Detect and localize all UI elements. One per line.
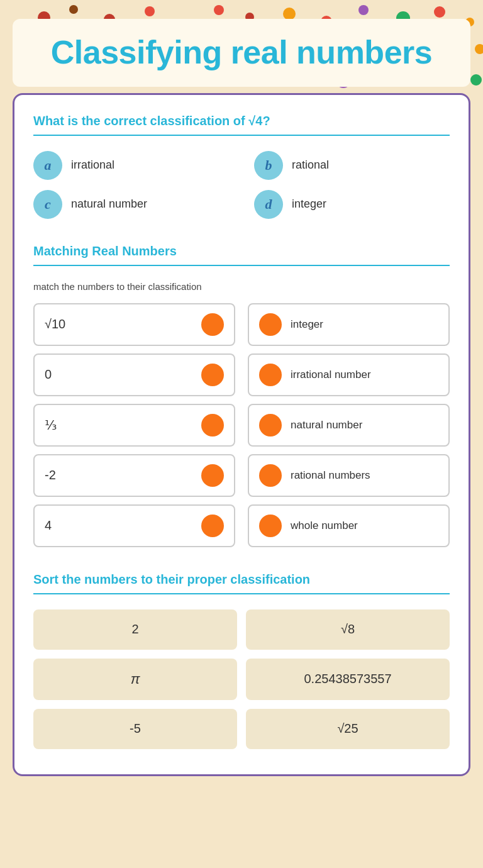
match-connector-dot-left [201,464,224,487]
match-right-item[interactable]: integer [248,303,450,346]
sort-item[interactable]: 2 [33,609,237,650]
title-card: Classifying real numbers [13,19,470,87]
sort-item[interactable]: π [33,659,237,700]
match-connector-dot-right [259,414,282,437]
sort-grid: 2√8π0.25438573557-5√25 [33,609,450,749]
option-item-c[interactable]: c natural number [33,190,229,219]
sort-value: π [131,671,140,687]
option-label-c: natural number [71,198,147,211]
match-left-value: 0 [45,367,52,382]
options-grid: a irrational b rational c natural number… [33,151,450,219]
matching-section: Matching Real Numbers match the numbers … [33,244,450,547]
sort-divider [33,593,450,594]
match-right-value: whole number [291,520,358,532]
match-connector-dot-left [201,414,224,437]
matching-divider [33,265,450,266]
match-left-col: √10 0 ⅓ -2 4 [33,303,235,547]
section-divider [33,135,450,136]
option-circle-b: b [254,151,283,180]
option-label-b: rational [292,159,329,172]
page-title: Classifying real numbers [31,34,452,72]
match-right-col: integer irrational number natural number… [248,303,450,547]
match-right-value: natural number [291,419,362,431]
match-left-value: √10 [45,317,65,331]
match-left-item[interactable]: 4 [33,504,235,547]
match-right-item[interactable]: whole number [248,504,450,547]
match-left-item[interactable]: 0 [33,353,235,396]
match-right-value: rational numbers [291,469,370,482]
option-circle-a: a [33,151,62,180]
question-title: What is the correct classification of √4… [33,114,450,128]
match-rows: √10 0 ⅓ -2 4 integer irrational number n… [33,303,450,547]
match-left-item[interactable]: ⅓ [33,404,235,447]
sort-value: √8 [341,622,355,637]
sort-value: 2 [131,622,138,637]
option-item-d[interactable]: d integer [254,190,450,219]
sort-title: Sort the numbers to their proper classif… [33,572,450,587]
sort-item[interactable]: √25 [246,709,450,749]
match-connector-dot-right [259,515,282,537]
sort-value: 0.25438573557 [304,672,391,686]
match-left-value: ⅓ [45,418,57,433]
match-right-item[interactable]: rational numbers [248,454,450,497]
match-right-item[interactable]: irrational number [248,353,450,396]
matching-title: Matching Real Numbers [33,244,450,259]
option-item-b[interactable]: b rational [254,151,450,180]
match-left-value: 4 [45,518,52,533]
match-connector-dot-right [259,464,282,487]
sort-value: √25 [337,721,358,736]
match-connector-dot-right [259,364,282,386]
sort-item[interactable]: √8 [246,609,450,650]
option-circle-d: d [254,190,283,219]
sort-section: Sort the numbers to their proper classif… [33,572,450,749]
sort-value: -5 [130,721,141,736]
match-instruction: match the numbers to their classificatio… [33,281,450,292]
match-connector-dot-left [201,313,224,336]
match-right-value: irrational number [291,369,371,381]
option-item-a[interactable]: a irrational [33,151,229,180]
option-label-a: irrational [71,159,114,172]
option-label-d: integer [292,198,326,211]
match-connector-dot-left [201,364,224,386]
main-card: What is the correct classification of √4… [13,93,470,776]
sort-item[interactable]: -5 [33,709,237,749]
match-right-value: integer [291,318,323,331]
option-circle-c: c [33,190,62,219]
match-left-item[interactable]: √10 [33,303,235,346]
match-right-item[interactable]: natural number [248,404,450,447]
question-section: What is the correct classification of √4… [33,114,450,219]
match-connector-dot-left [201,515,224,537]
match-left-item[interactable]: -2 [33,454,235,497]
sort-item[interactable]: 0.25438573557 [246,659,450,700]
match-connector-dot-right [259,313,282,336]
match-left-value: -2 [45,468,56,482]
